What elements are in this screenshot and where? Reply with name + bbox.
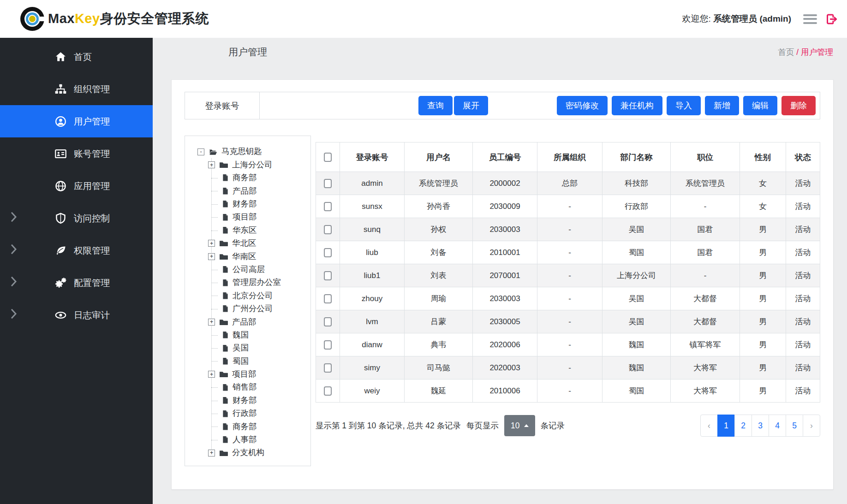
tree-node[interactable]: 销售部 [185, 381, 310, 394]
tree-node[interactable]: 管理层办公室 [185, 276, 310, 289]
tree-node-label[interactable]: 华东区 [233, 226, 257, 235]
row-checkbox[interactable] [324, 179, 332, 188]
add-button[interactable]: 新增 [705, 96, 739, 115]
row-checkbox[interactable] [324, 248, 332, 257]
tree-node-label[interactable]: 广州分公司 [233, 305, 273, 313]
tree-node-label[interactable]: 公司高层 [233, 266, 265, 274]
table-row[interactable]: zhouy周瑜2030003-吴国大都督男活动 [316, 287, 820, 310]
tree-node-label[interactable]: 华北区 [232, 239, 256, 248]
tree-node-label[interactable]: 华南区 [232, 253, 256, 261]
tree-node-label[interactable]: 魏国 [233, 331, 249, 339]
row-checkbox[interactable] [324, 294, 332, 303]
sidebar-item-permissions[interactable]: 权限管理 [0, 234, 153, 267]
table-row[interactable]: liub1刘表2070001-上海分公司-男活动 [316, 264, 820, 287]
tree-node-label[interactable]: 财务部 [233, 200, 257, 208]
page-button-4[interactable]: 4 [769, 415, 786, 437]
sidebar-item-org[interactable]: 组织管理 [0, 73, 153, 105]
page-button-1[interactable]: 1 [717, 415, 735, 437]
tree-node[interactable]: 商务部 [185, 172, 310, 184]
sidebar-item-config[interactable]: 配置管理 [0, 267, 153, 299]
tree-node[interactable]: +上海分公司 [185, 158, 310, 171]
tree-node-label[interactable]: 财务部 [233, 397, 257, 405]
tree-node[interactable]: +华南区 [185, 250, 310, 263]
expand-button[interactable]: 展开 [454, 96, 488, 115]
tree-node-label[interactable]: 项目部 [233, 213, 257, 221]
row-checkbox[interactable] [324, 363, 332, 373]
page-button-5[interactable]: 5 [786, 415, 803, 437]
sidebar-item-audit[interactable]: 日志审计 [0, 299, 153, 331]
login-account-input[interactable] [260, 92, 418, 119]
query-button[interactable]: 查询 [418, 96, 453, 115]
tree-node[interactable]: 产品部 [185, 184, 310, 197]
row-checkbox[interactable] [324, 386, 332, 396]
tree-node[interactable]: 行政部 [185, 407, 310, 420]
tree-node[interactable]: 广州分公司 [185, 302, 310, 315]
tree-node-label[interactable]: 蜀国 [233, 357, 249, 366]
expand-toggle-icon[interactable]: + [208, 253, 215, 260]
tree-node-label[interactable]: 行政部 [233, 409, 257, 418]
tree-node[interactable]: 吴国 [185, 342, 310, 355]
tree-node-label[interactable]: 分支机构 [232, 449, 264, 457]
tree-node[interactable]: 商务部 [185, 420, 310, 433]
edit-button[interactable]: 编辑 [743, 96, 777, 115]
sidebar-item-access-control[interactable]: 访问控制 [0, 202, 153, 234]
adjunct-org-button[interactable]: 兼任机构 [612, 96, 662, 115]
row-checkbox[interactable] [324, 202, 332, 211]
tree-node[interactable]: -马克思钥匙 [185, 145, 310, 158]
tree-node-label[interactable]: 项目部 [232, 370, 256, 379]
table-row[interactable]: liub刘备2010001-蜀国国君男活动 [316, 241, 820, 264]
menu-icon[interactable] [803, 14, 817, 24]
tree-node-label[interactable]: 上海分公司 [232, 161, 273, 169]
tree-node-label[interactable]: 北京分公司 [233, 292, 273, 300]
expand-toggle-icon[interactable]: + [208, 240, 215, 247]
tree-node-label[interactable]: 产品部 [233, 187, 257, 196]
sidebar-item-home[interactable]: 首页 [0, 41, 153, 73]
tree-node[interactable]: 财务部 [185, 198, 310, 211]
change-password-button[interactable]: 密码修改 [557, 96, 608, 115]
tree-node-label[interactable]: 马克思钥匙 [221, 148, 262, 156]
sidebar-item-users[interactable]: 用户管理 [0, 105, 153, 137]
table-row[interactable]: sunq孙权2030003-吴国国君男活动 [316, 218, 820, 241]
table-row[interactable]: simy司马懿2020003-魏国大将军男活动 [316, 356, 820, 379]
table-row[interactable]: lvm吕蒙2030005-吴国大都督男活动 [316, 310, 820, 333]
tree-node[interactable]: +产品部 [185, 315, 310, 328]
tree-node-label[interactable]: 商务部 [233, 174, 257, 182]
page-size-dropdown[interactable]: 10 [504, 415, 535, 436]
tree-node[interactable]: 财务部 [185, 394, 310, 407]
expand-toggle-icon[interactable]: + [208, 450, 215, 457]
page-button-2[interactable]: 2 [734, 415, 752, 437]
table-row[interactable]: dianw典韦2020006-魏国镇军将军男活动 [316, 333, 820, 356]
sidebar-item-accounts[interactable]: 账号管理 [0, 137, 153, 170]
prev-page-button[interactable]: ‹ [700, 415, 718, 437]
select-all-checkbox[interactable] [324, 153, 332, 162]
tree-node[interactable]: 蜀国 [185, 355, 310, 368]
row-checkbox[interactable] [324, 271, 332, 280]
sidebar-item-apps[interactable]: 应用管理 [0, 170, 153, 202]
row-checkbox[interactable] [324, 340, 332, 350]
tree-node[interactable]: +项目部 [185, 368, 310, 381]
tree-node-label[interactable]: 商务部 [233, 423, 257, 431]
table-row[interactable]: admin系统管理员2000002总部科技部系统管理员女活动 [316, 172, 820, 195]
table-row[interactable]: sunsx孙尚香2030009-行政部-女活动 [316, 195, 820, 218]
tree-node[interactable]: 魏国 [185, 328, 310, 341]
tree-node[interactable]: 人事部 [185, 433, 310, 446]
sign-out-icon[interactable] [825, 13, 838, 25]
expand-toggle-icon[interactable]: + [208, 371, 215, 378]
table-row[interactable]: weiy魏延2010006-蜀国大将军男活动 [316, 379, 820, 403]
tree-node[interactable]: 华东区 [185, 224, 310, 237]
tree-node-label[interactable]: 管理层办公室 [233, 279, 281, 287]
tree-node[interactable]: +分支机构 [185, 446, 310, 459]
delete-button[interactable]: 删除 [781, 96, 816, 115]
page-button-3[interactable]: 3 [752, 415, 769, 437]
row-checkbox[interactable] [324, 225, 332, 234]
expand-toggle-icon[interactable]: + [208, 319, 215, 326]
tree-node[interactable]: 项目部 [185, 211, 310, 224]
tree-node-label[interactable]: 人事部 [233, 436, 257, 444]
collapse-toggle-icon[interactable]: - [197, 148, 204, 155]
next-page-button[interactable]: › [803, 415, 820, 437]
tree-node-label[interactable]: 吴国 [233, 344, 249, 352]
tree-node[interactable]: 公司高层 [185, 263, 310, 276]
tree-node-label[interactable]: 销售部 [233, 383, 257, 391]
breadcrumb-home-link[interactable]: 首页 [778, 47, 794, 57]
tree-node[interactable]: +华北区 [185, 237, 310, 250]
